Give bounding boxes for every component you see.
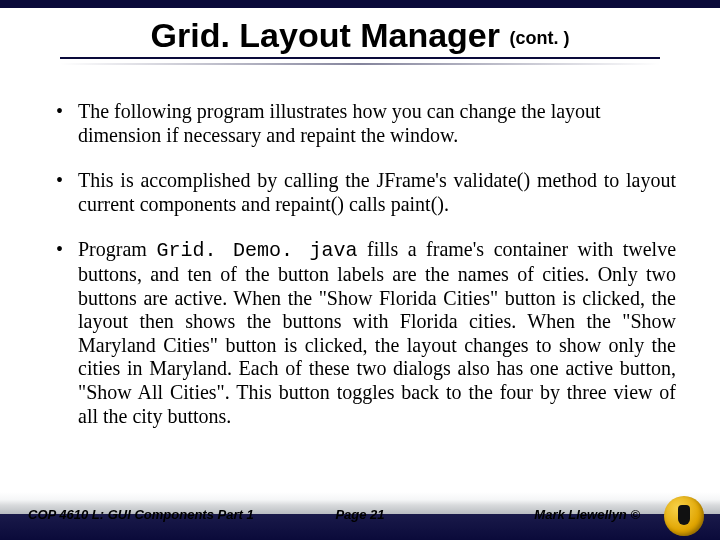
logo-pegasus: [678, 505, 690, 525]
bullet-text-pre: Program: [78, 238, 156, 260]
footer: COP 4610 L: GUI Components Part 1 Page 2…: [0, 492, 720, 540]
footer-course: COP 4610 L: GUI Components Part 1: [28, 507, 254, 522]
logo-disc: [664, 496, 704, 536]
title-area: Grid. Layout Manager (cont. ): [60, 16, 660, 65]
logo-icon: [664, 496, 704, 536]
footer-page: Page 21: [335, 507, 384, 522]
slide: Grid. Layout Manager (cont. ) The follow…: [0, 0, 720, 540]
title-underline: [60, 63, 660, 65]
bullet-code: Grid. Demo. java: [156, 239, 357, 262]
bullet-item: This is accomplished by calling the JFra…: [54, 169, 676, 216]
footer-author: Mark Llewellyn ©: [534, 507, 640, 522]
title-main: Grid. Layout Manager: [151, 16, 510, 54]
bullet-item: Program Grid. Demo. java fills a frame's…: [54, 238, 676, 428]
title-cont: (cont. ): [509, 28, 569, 48]
slide-title: Grid. Layout Manager (cont. ): [60, 16, 660, 59]
bullet-text: This is accomplished by calling the JFra…: [78, 169, 676, 215]
bullet-list: The following program illustrates how yo…: [54, 100, 676, 428]
body: The following program illustrates how yo…: [54, 100, 676, 450]
bullet-item: The following program illustrates how yo…: [54, 100, 676, 147]
top-border-bar: [0, 0, 720, 8]
bullet-text-post: fills a frame's container with twelve bu…: [78, 238, 676, 426]
bullet-text: The following program illustrates how yo…: [78, 100, 601, 146]
